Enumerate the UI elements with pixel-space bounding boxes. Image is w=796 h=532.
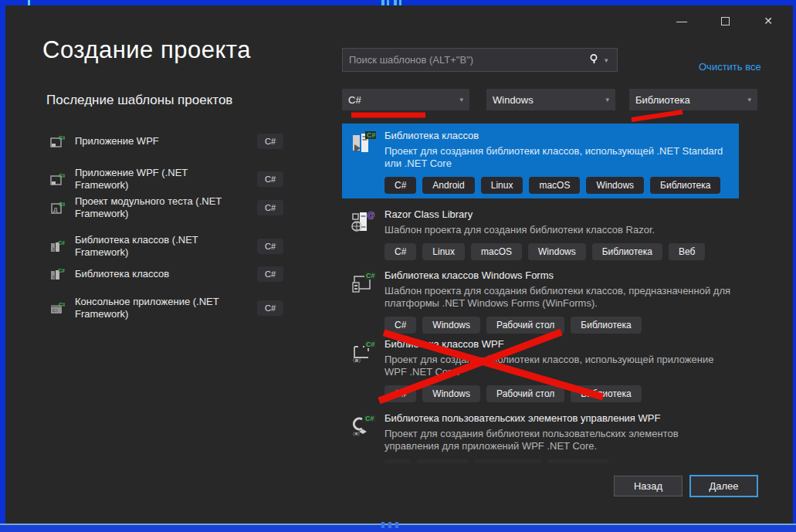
recent-item-label: Библиотека классов — [75, 268, 233, 280]
template-tags: C# Linux macOS Windows Библиотека Веб — [384, 243, 731, 260]
recent-item-language-badge: C# — [257, 239, 283, 254]
tag: macOS — [471, 243, 522, 260]
frame-tick — [381, 522, 384, 528]
minimize-icon: — — [676, 15, 687, 27]
create-project-dialog: — ✕ Создание проекта Последние шаблоны п… — [5, 5, 793, 524]
tag: C# — [384, 243, 416, 260]
tag: Библиотека — [571, 385, 641, 402]
template-item-wpf-user-control-library[interactable]: 〈■〉C# Библиотека пользовательских элемен… — [342, 406, 739, 468]
recent-item-language-badge: C# — [257, 266, 283, 282]
tag-clipped — [548, 459, 608, 463]
template-title: Библиотека пользовательских элементов уп… — [384, 412, 731, 424]
window-controls: — ✕ — [671, 12, 779, 30]
recent-item-label: Консольное приложение (.NET Framework) — [75, 296, 233, 320]
frame-tick — [399, 0, 401, 5]
svg-text:〈■〉: 〈■〉 — [353, 431, 361, 436]
svg-text:C:\: C:\ — [53, 308, 58, 313]
svg-text:C#: C# — [59, 202, 65, 207]
recent-item[interactable]: C# Библиотека классов (.NET Framework) C… — [46, 234, 283, 259]
recent-item-language-badge: C# — [257, 200, 283, 215]
chevron-down-icon: ▾ — [747, 96, 751, 103]
language-dropdown-value: C# — [348, 94, 459, 106]
tag: Windows — [422, 385, 480, 402]
svg-text:C#: C# — [59, 135, 65, 141]
svg-text:C#: C# — [365, 415, 374, 422]
platform-dropdown-value: Windows — [493, 94, 605, 106]
template-description: Проект для создания библиотеки классов, … — [384, 145, 731, 170]
recent-item[interactable]: C# Приложение WPF (.NET Framework) C# — [46, 167, 283, 191]
recent-item-language-badge: C# — [257, 134, 283, 149]
wpf-app-icon: C# — [50, 134, 65, 149]
chevron-down-icon: ▾ — [459, 96, 463, 103]
frame-tick — [387, 0, 389, 5]
maximize-icon — [721, 17, 730, 25]
tag: Linux — [481, 177, 523, 194]
search-options-caret-icon[interactable]: ▾ — [605, 56, 617, 64]
svg-text:〈■〉: 〈■〉 — [353, 357, 361, 364]
svg-text:C#: C# — [59, 173, 65, 178]
recent-templates-heading: Последние шаблоны проектов — [46, 93, 232, 108]
page-title: Создание проекта — [42, 36, 251, 64]
console-app-icon: C:\C# — [50, 301, 65, 316]
close-button[interactable]: ✕ — [757, 12, 779, 30]
svg-text:@: @ — [367, 210, 375, 219]
recent-item-label: Библиотека классов (.NET Framework) — [75, 234, 233, 259]
unit-test-icon: ДC# — [50, 201, 65, 215]
template-title: Razor Class Library — [384, 208, 731, 220]
close-icon: ✕ — [764, 15, 773, 27]
tag: macOS — [529, 177, 580, 194]
frame-tick — [394, 0, 397, 5]
template-title: Библиотека классов Windows Forms — [384, 269, 731, 281]
svg-text:C#: C# — [58, 240, 65, 246]
frame-tick — [395, 522, 398, 528]
svg-text:C#: C# — [367, 131, 376, 139]
recent-item-language-badge: C# — [257, 300, 283, 316]
class-library-icon: C# — [50, 239, 65, 254]
minimize-button[interactable]: — — [671, 12, 693, 30]
search-icon[interactable] — [584, 53, 605, 66]
maximize-button[interactable] — [714, 12, 736, 30]
template-description: Проект для создания библиотеки пользоват… — [384, 428, 731, 452]
wpf-app-icon: C# — [50, 172, 65, 187]
next-button[interactable]: Далее — [689, 475, 758, 497]
template-description: Шаблон проекта для создания библиотеки к… — [384, 224, 731, 236]
template-item-class-library[interactable]: C# Библиотека классов Проект для создани… — [342, 124, 739, 198]
tag-clipped — [384, 459, 411, 463]
platform-dropdown[interactable]: Windows ▾ — [486, 89, 615, 110]
recent-item[interactable]: C# Библиотека классов C# — [46, 266, 283, 282]
tag: C# — [384, 177, 416, 194]
template-item-winforms-class-library[interactable]: C# Библиотека классов Windows Forms Шабл… — [342, 263, 739, 332]
tag: Рабочий стол — [486, 385, 564, 402]
recent-item[interactable]: C# Приложение WPF C# — [46, 134, 283, 149]
recent-item[interactable]: C:\C# Консольное приложение (.NET Framew… — [46, 296, 283, 320]
template-item-wpf-class-library[interactable]: 〈■〉C# Библиотека классов WPF Проект для … — [342, 332, 739, 403]
frame-tick — [388, 522, 391, 528]
template-tags: C# Android Linux macOS Windows Библиотек… — [384, 177, 731, 194]
svg-text:C#: C# — [58, 268, 65, 273]
language-dropdown[interactable]: C# ▾ — [342, 89, 469, 110]
wpf-library-icon: 〈■〉C# — [351, 339, 378, 365]
back-button[interactable]: Назад — [614, 476, 683, 496]
tag: Рабочий стол — [486, 317, 564, 334]
template-tags-clipped — [384, 459, 731, 463]
project-type-dropdown[interactable]: Библиотека ▾ — [629, 89, 757, 110]
tag-clipped — [417, 459, 468, 463]
tag-clipped — [474, 459, 542, 463]
template-title: Библиотека классов WPF — [384, 338, 731, 350]
tag: Библиотека — [592, 243, 662, 260]
recent-item[interactable]: ДC# Проект модульного теста (.NET Framew… — [46, 195, 283, 220]
winforms-library-icon: C# — [351, 270, 378, 296]
clear-all-link[interactable]: Очистить все — [699, 61, 776, 73]
template-item-razor-class-library[interactable]: @ Razor Class Library Шаблон проекта для… — [342, 202, 739, 261]
svg-text:C#: C# — [366, 341, 375, 348]
chevron-down-icon: ▾ — [605, 96, 609, 103]
template-description: Шаблон проекта для создания библиотеки к… — [384, 285, 731, 310]
template-title: Библиотека классов — [384, 130, 731, 141]
tag: Android — [422, 177, 474, 194]
tag: Windows — [422, 317, 480, 334]
frame-tick — [381, 0, 384, 5]
search-input[interactable] — [343, 54, 584, 66]
class-library-icon: C# — [351, 130, 378, 157]
tag: Linux — [422, 243, 465, 260]
recent-item-label: Приложение WPF (.NET Framework) — [75, 167, 233, 191]
